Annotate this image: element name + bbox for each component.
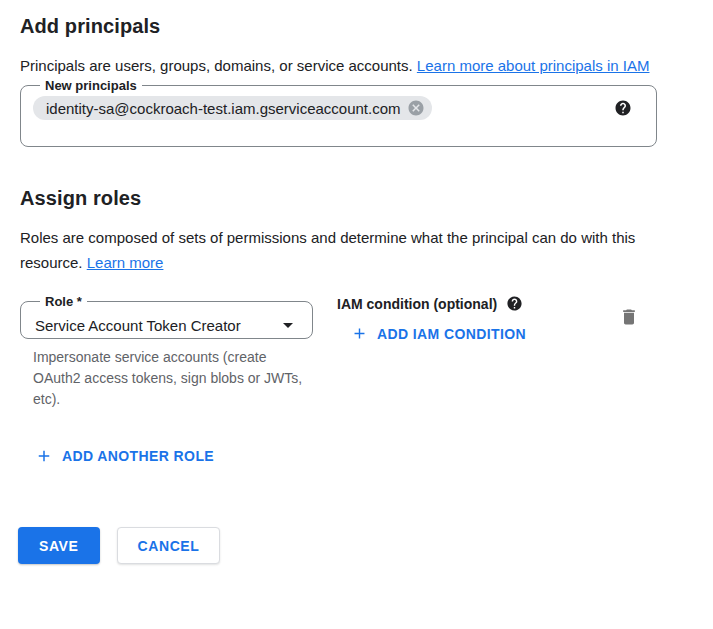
dropdown-arrow-icon xyxy=(276,313,300,337)
principals-description-text: Principals are users, groups, domains, o… xyxy=(20,57,413,74)
principal-chip-text: identity-sa@cockroach-test.iam.gservicea… xyxy=(46,100,401,117)
roles-description: Roles are composed of sets of permission… xyxy=(20,225,668,275)
delete-role-button[interactable] xyxy=(615,303,643,331)
new-principals-content: identity-sa@cockroach-test.iam.gservicea… xyxy=(33,96,644,120)
add-principals-panel: Add principals Principals are users, gro… xyxy=(0,0,713,629)
plus-icon xyxy=(35,447,53,465)
learn-more-principals-link[interactable]: Learn more about principals in IAM xyxy=(417,57,650,74)
delete-role-column xyxy=(615,294,643,331)
role-value-row: Service Account Token Creator xyxy=(33,309,300,337)
iam-condition-column: IAM condition (optional) ADD IAM CONDITI… xyxy=(337,294,534,348)
role-select[interactable]: Role * Service Account Token Creator xyxy=(20,294,313,339)
chip-remove-icon[interactable] xyxy=(407,99,425,117)
iam-condition-help-icon[interactable] xyxy=(506,295,523,312)
add-another-role-label: ADD ANOTHER ROLE xyxy=(62,448,214,464)
add-iam-condition-button[interactable]: ADD IAM CONDITION xyxy=(343,319,534,348)
new-principals-label: New principals xyxy=(40,78,142,93)
plus-icon xyxy=(351,325,368,342)
page-title: Add principals xyxy=(20,15,693,38)
role-helper-text: Impersonate service accounts (create OAu… xyxy=(33,347,315,410)
principal-chip[interactable]: identity-sa@cockroach-test.iam.gservicea… xyxy=(33,96,432,120)
role-column: Role * Service Account Token Creator Imp… xyxy=(20,294,313,410)
save-button[interactable]: SAVE xyxy=(18,527,100,564)
role-row: Role * Service Account Token Creator Imp… xyxy=(20,294,693,410)
principals-help-icon[interactable] xyxy=(614,99,632,117)
add-another-role-button[interactable]: ADD ANOTHER ROLE xyxy=(27,441,222,471)
assign-roles-title: Assign roles xyxy=(20,187,693,210)
learn-more-roles-link[interactable]: Learn more xyxy=(87,254,164,271)
role-label: Role * xyxy=(40,294,87,309)
new-principals-field[interactable]: New principals identity-sa@cockroach-tes… xyxy=(20,78,657,147)
iam-condition-label: IAM condition (optional) xyxy=(337,296,497,312)
principals-description: Principals are users, groups, domains, o… xyxy=(20,53,668,78)
footer-actions: SAVE CANCEL xyxy=(18,527,693,564)
iam-condition-label-row: IAM condition (optional) xyxy=(337,295,534,312)
role-selected-value: Service Account Token Creator xyxy=(35,317,241,334)
trash-icon xyxy=(619,307,639,327)
add-iam-condition-label: ADD IAM CONDITION xyxy=(377,326,526,342)
cancel-button[interactable]: CANCEL xyxy=(117,527,221,564)
